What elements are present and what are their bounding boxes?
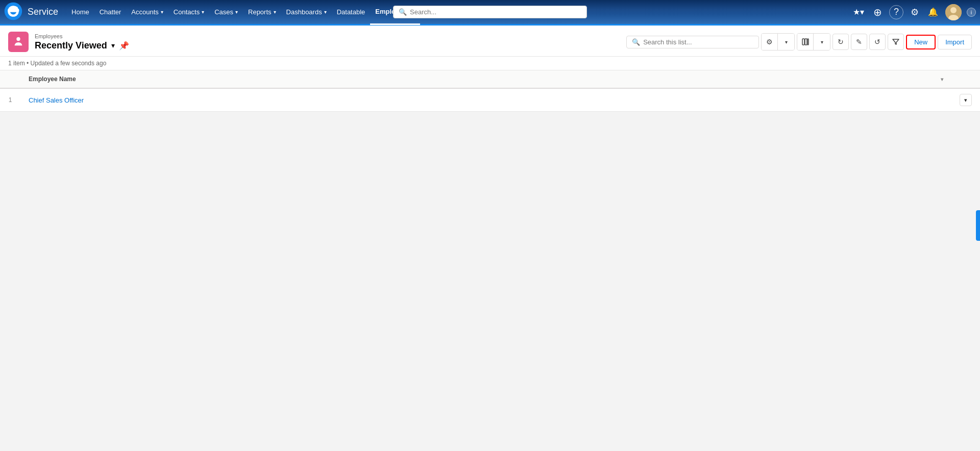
list-view-title-section: Employees Recently Viewed ▾ 📌: [35, 33, 129, 51]
list-search-input[interactable]: [643, 38, 753, 46]
list-undo-button[interactable]: ↺: [869, 34, 886, 50]
nav-item-home[interactable]: Home: [66, 0, 94, 25]
nav-item-dashboards[interactable]: Dashboards ▾: [281, 0, 332, 25]
list-view-header: Employees Recently Viewed ▾ 📌 🔍 ⚙: [0, 26, 980, 57]
info-icon[interactable]: i: [967, 8, 976, 17]
list-filter-button[interactable]: [888, 34, 904, 50]
favorites-button[interactable]: ★▾: [851, 5, 866, 19]
list-refresh-button[interactable]: ↻: [832, 34, 849, 50]
user-avatar[interactable]: [945, 4, 962, 20]
table-row: 1 Chief Sales Officer ▾: [0, 88, 980, 112]
help-and-training-button[interactable]: ?: [889, 5, 903, 19]
notifications-button[interactable]: 🔔: [926, 5, 940, 19]
nav-item-accounts[interactable]: Accounts ▾: [126, 0, 168, 25]
list-view-switcher-button[interactable]: ▾: [111, 41, 115, 49]
list-view-header-left: Employees Recently Viewed ▾ 📌: [8, 32, 129, 52]
status-bar: 1 item • Updated a few seconds ago: [0, 57, 980, 70]
nav-item-cases[interactable]: Cases ▾: [209, 0, 243, 25]
nav-item-chatter[interactable]: Chatter: [94, 0, 127, 25]
pin-icon: 📌: [119, 41, 129, 51]
new-button[interactable]: New: [906, 35, 936, 49]
nav-item-reports[interactable]: Reports ▾: [243, 0, 281, 25]
list-view-container: Employees Recently Viewed ▾ 📌 🔍 ⚙: [0, 26, 980, 112]
list-columns-button[interactable]: [797, 34, 814, 50]
accounts-chevron-icon: ▾: [161, 9, 163, 15]
main-content: Employees Recently Viewed ▾ 📌 🔍 ⚙: [0, 26, 980, 451]
row-index: 1: [0, 88, 20, 112]
table-row-num-header: [0, 70, 20, 88]
svg-rect-8: [805, 39, 807, 45]
dashboards-chevron-icon: ▾: [324, 9, 327, 15]
global-search-icon: 🔍: [399, 8, 407, 16]
sort-icon[interactable]: ▾: [941, 77, 943, 82]
list-gear-button[interactable]: ⚙: [762, 34, 778, 50]
svg-rect-9: [807, 39, 808, 45]
nav-bar: Service Home Chatter Accounts ▾ Contacts…: [0, 0, 980, 26]
app-name: Service: [28, 7, 58, 17]
row-actions-button[interactable]: ▾: [960, 94, 972, 106]
module-icon: [8, 32, 29, 52]
global-search[interactable]: 🔍: [393, 6, 587, 18]
setup-gear-button[interactable]: ⚙: [909, 5, 921, 20]
nav-item-datatable[interactable]: Datatable: [332, 0, 371, 25]
salesforce-logo[interactable]: [4, 2, 22, 22]
table-header-actions: [951, 70, 980, 88]
object-name-label: Employees: [35, 33, 129, 39]
list-edit-button[interactable]: ✎: [851, 34, 867, 50]
list-settings-group: ⚙ ▾: [761, 33, 795, 51]
list-columns-group: ▾: [797, 33, 830, 51]
table-header-employee-name: Employee Name ▾: [20, 70, 951, 88]
employee-name-link[interactable]: Chief Sales Officer: [29, 96, 84, 104]
svg-point-4: [950, 7, 957, 13]
list-search[interactable]: 🔍: [626, 36, 759, 48]
table-body: 1 Chief Sales Officer ▾: [0, 88, 980, 112]
row-employee-name: Chief Sales Officer: [20, 88, 951, 112]
table-header: Employee Name ▾: [0, 70, 980, 88]
nav-right-icons: ★▾ ⊕ ? ⚙ 🔔 i: [851, 4, 976, 20]
contacts-chevron-icon: ▾: [202, 9, 204, 15]
cases-chevron-icon: ▾: [235, 9, 238, 15]
global-search-input[interactable]: [410, 8, 581, 16]
list-columns-chevron-button[interactable]: ▾: [814, 34, 830, 50]
list-view-title: Recently Viewed ▾ 📌: [35, 40, 129, 51]
nav-item-contacts[interactable]: Contacts ▾: [168, 0, 209, 25]
right-panel-indicator: [976, 210, 980, 241]
import-button[interactable]: Import: [938, 35, 972, 49]
list-gear-chevron-button[interactable]: ▾: [778, 34, 794, 50]
list-view-header-right: 🔍 ⚙ ▾ ▾: [626, 33, 972, 51]
list-search-icon: 🔍: [632, 38, 640, 46]
reports-chevron-icon: ▾: [274, 9, 276, 15]
svg-point-6: [16, 37, 20, 41]
row-actions-cell: ▾: [951, 88, 980, 112]
setup-shortcut-button[interactable]: ⊕: [871, 4, 884, 20]
svg-rect-7: [802, 39, 804, 45]
employees-table: Employee Name ▾ 1 Chief Sales Officer ▾: [0, 70, 980, 112]
